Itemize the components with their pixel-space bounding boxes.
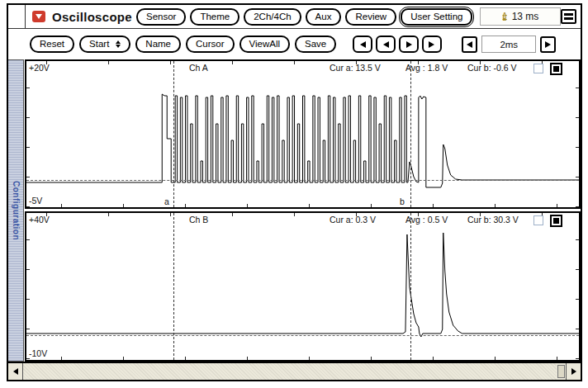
configuration-label: Configuration <box>12 181 21 240</box>
scrollbar-track[interactable] <box>23 363 557 380</box>
channel-a-name: Ch A <box>189 63 208 73</box>
channel-b-vmax-label: +40V <box>29 215 50 225</box>
y-axis-ticks <box>576 239 579 360</box>
menu-bar-icon <box>564 17 573 20</box>
channel-a-waveform <box>26 61 579 207</box>
ab-icon-b: B <box>503 17 507 21</box>
scrollbar-thumb[interactable] <box>557 365 565 378</box>
horizontal-scrollbar[interactable] <box>8 362 581 380</box>
viewall-button[interactable]: ViewAll <box>239 35 291 53</box>
review-button[interactable]: Review <box>345 8 396 26</box>
toolbar: Reset Start Name Cursor ViewAll Save <box>8 29 581 59</box>
triangle-right-icon <box>545 41 551 48</box>
x-axis-ticks <box>61 357 579 360</box>
cursor-a-line[interactable] <box>173 61 174 207</box>
skip-to-end-button[interactable] <box>422 35 442 53</box>
y-axis-ticks <box>576 88 579 207</box>
checkbox-fill-icon <box>553 218 559 224</box>
channel-b-avg-value: Avg : 0.5 V <box>405 215 448 225</box>
channel-b-cursor-a-value: Cur a: 0.3 V <box>330 215 376 225</box>
aux-button[interactable]: Aux <box>306 8 342 26</box>
cursor-ab-icon: A B <box>503 12 507 21</box>
scroll-right-button[interactable] <box>566 363 581 380</box>
channel-b-active-checkbox[interactable] <box>550 215 562 227</box>
channel-a-visibility-checkbox[interactable] <box>533 64 543 73</box>
channel-a-vmin-label: -5V <box>29 196 42 206</box>
x-axis-ticks <box>61 204 579 207</box>
timebase-increase-button[interactable] <box>540 36 556 53</box>
main-area: Configuration +20V Ch A Cur a: 13.5 V Av… <box>8 59 581 362</box>
channel-b-plot: +40V Ch B Cur a: 0.3 V Avg : 0.5 V Cur b… <box>25 211 581 362</box>
channel-a-plot: +20V Ch A Cur a: 13.5 V Avg : 1.8 V Cur … <box>25 59 581 209</box>
cursor-b-line[interactable] <box>410 213 411 360</box>
user-setting-button[interactable]: User Setting <box>401 8 472 26</box>
cursor-delta-readout: A B 13 ms <box>480 7 561 26</box>
channel-b-name: Ch B <box>189 215 208 225</box>
channel-a-vmax-label: +20V <box>29 63 50 73</box>
record-nav-group <box>353 35 442 53</box>
app-title: Oscilloscope <box>52 10 132 24</box>
channel-b-avg-line <box>26 335 579 336</box>
triangle-left-icon <box>13 368 18 375</box>
scroll-left-button[interactable] <box>8 363 23 380</box>
timebase-value-field[interactable]: 2ms <box>481 35 536 53</box>
step-back-button[interactable] <box>376 35 396 53</box>
cursor-button[interactable]: Cursor <box>186 35 235 53</box>
checkbox-fill-icon <box>553 66 559 72</box>
triangle-left-icon <box>383 41 389 48</box>
title-divider <box>25 5 26 28</box>
timebase-control: 2ms <box>462 35 556 53</box>
menu-bar-icon <box>564 13 573 16</box>
triangle-right-icon <box>429 41 434 48</box>
y-axis-ticks <box>26 88 30 207</box>
channel-b-waveform <box>26 213 579 360</box>
channel-a-cursor-b-value: Cur b: -0.6 V <box>467 63 517 73</box>
channel-b-visibility-checkbox[interactable] <box>533 215 543 225</box>
reset-button[interactable]: Reset <box>30 35 74 53</box>
cursor-b-line[interactable] <box>410 61 411 207</box>
configuration-drawer-tab[interactable]: Configuration <box>8 59 24 362</box>
plot-column: +20V Ch A Cur a: 13.5 V Avg : 1.8 V Cur … <box>25 59 581 362</box>
start-button[interactable]: Start <box>79 35 130 53</box>
skip-to-start-button[interactable] <box>353 35 372 53</box>
channel-b-cursor-b-value: Cur b: 30.3 V <box>467 215 519 225</box>
channel-a-avg-line <box>26 180 579 181</box>
channel-a-avg-value: Avg : 1.8 V <box>405 63 448 73</box>
timebase-decrease-button[interactable] <box>462 36 477 53</box>
channel-mode-button[interactable]: 2Ch/4Ch <box>244 8 301 26</box>
window-menu-icon[interactable] <box>561 9 576 24</box>
channel-a-active-checkbox[interactable] <box>550 63 562 75</box>
cursor-a-marker[interactable]: a <box>164 196 169 206</box>
start-button-label: Start <box>89 39 109 50</box>
save-button[interactable]: Save <box>295 35 336 53</box>
y-axis-ticks <box>26 239 30 360</box>
triangle-left-icon <box>467 41 472 48</box>
triangle-down-icon <box>36 14 42 19</box>
start-stepper-icon <box>116 40 121 49</box>
step-forward-button[interactable] <box>399 35 419 53</box>
channel-b-vmin-label: -10V <box>29 348 47 358</box>
triangle-left-icon <box>360 41 366 48</box>
title-bar: Oscilloscope Sensor Theme 2Ch/4Ch Aux Re… <box>8 5 581 29</box>
app-menu-icon[interactable] <box>32 11 45 22</box>
sensor-button[interactable]: Sensor <box>136 8 186 26</box>
cursor-a-line[interactable] <box>173 213 174 360</box>
theme-button[interactable]: Theme <box>190 8 239 26</box>
channel-a-cursor-a-value: Cur a: 13.5 V <box>330 63 381 73</box>
name-button[interactable]: Name <box>135 35 181 53</box>
triangle-right-icon <box>406 41 412 48</box>
delta-time-value: 13 ms <box>512 11 539 22</box>
triangle-right-icon <box>571 368 576 375</box>
cursor-b-marker[interactable]: b <box>400 196 405 206</box>
oscilloscope-window: Oscilloscope Sensor Theme 2Ch/4Ch Aux Re… <box>7 3 582 381</box>
